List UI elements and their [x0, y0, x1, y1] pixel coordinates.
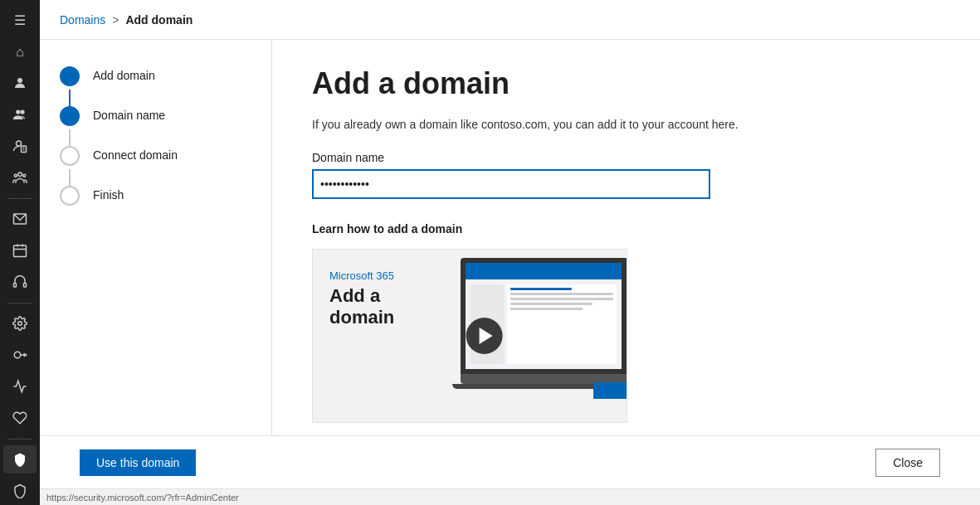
play-button[interactable]	[466, 318, 503, 354]
breadcrumb-separator: >	[112, 13, 119, 27]
screen-header	[466, 263, 622, 279]
svg-rect-15	[14, 283, 17, 287]
play-arrow-icon	[480, 328, 493, 344]
step-3: Connect domain	[60, 146, 251, 166]
svg-point-0	[17, 78, 22, 83]
shield-icon-1[interactable]	[3, 445, 37, 473]
step-2-circle	[60, 106, 80, 126]
step-1-label: Add domain	[93, 66, 155, 82]
learn-section-title: Learn how to add a domain	[312, 222, 940, 236]
blue-accent-bottom	[593, 382, 627, 399]
screen-content	[507, 284, 617, 364]
svg-point-18	[14, 352, 21, 358]
step-4-label: Finish	[93, 186, 124, 202]
screen-content-line-1	[510, 288, 572, 290]
svg-rect-11	[14, 245, 27, 257]
page-title: Add a domain	[312, 66, 940, 101]
heart-icon[interactable]	[3, 404, 37, 432]
svg-point-1	[16, 110, 20, 114]
bottom-bar: Use this domain Close	[40, 435, 980, 488]
domain-field-label: Domain name	[312, 151, 940, 164]
screen-content-line-5	[510, 308, 583, 310]
form-panel: Add a domain If you already own a domain…	[272, 40, 980, 435]
breadcrumb-current: Add domain	[125, 13, 193, 27]
video-thumbnail[interactable]: Microsoft 365 Add a domain	[312, 249, 627, 423]
use-this-domain-button[interactable]: Use this domain	[80, 449, 196, 476]
sidebar-divider-3	[7, 439, 32, 439]
svg-point-9	[23, 174, 26, 177]
step-3-label: Connect domain	[93, 146, 178, 162]
shield-icon-2[interactable]	[3, 477, 37, 505]
calendar-icon[interactable]	[3, 236, 37, 265]
headset-icon[interactable]	[3, 268, 37, 296]
video-text-area: Microsoft 365 Add a domain	[329, 269, 394, 329]
screen-content-line-2	[510, 293, 613, 295]
groups-icon[interactable]	[3, 163, 37, 192]
mail-icon[interactable]	[3, 205, 37, 233]
chart-icon[interactable]	[3, 372, 37, 401]
key-icon[interactable]	[3, 341, 37, 369]
step-1-circle	[60, 66, 80, 86]
laptop-screen	[461, 258, 627, 374]
hamburger-icon[interactable]: ☰	[3, 7, 37, 35]
step-3-circle	[60, 146, 80, 166]
user-icon[interactable]	[3, 70, 37, 98]
svg-point-17	[18, 322, 22, 326]
users-icon[interactable]	[3, 100, 37, 129]
step-2: Domain name	[60, 106, 251, 126]
status-bar: https://security.microsoft.com/?rfr=Admi…	[40, 488, 980, 505]
main-container: Domains > Add domain Add domain Domain	[40, 0, 980, 505]
screen-content-line-3	[510, 298, 613, 300]
sidebar-divider-2	[7, 303, 32, 303]
domain-name-input[interactable]	[312, 169, 710, 199]
contacts-icon[interactable]	[3, 132, 37, 160]
step-4: Finish	[60, 186, 251, 206]
stepper-panel: Add domain Domain name Connect domain	[40, 40, 272, 435]
sidebar: ☰ ⌂	[0, 0, 40, 505]
video-title: Add a domain	[329, 285, 394, 329]
svg-rect-16	[24, 283, 27, 287]
close-button[interactable]: Close	[875, 449, 940, 477]
breadcrumb-bar: Domains > Add domain	[40, 0, 980, 40]
svg-point-7	[18, 172, 22, 177]
svg-point-3	[17, 141, 22, 146]
video-ms-label: Microsoft 365	[329, 269, 394, 282]
svg-point-2	[20, 110, 24, 114]
svg-point-8	[14, 174, 17, 177]
sidebar-divider-1	[7, 198, 32, 199]
settings-icon[interactable]	[3, 310, 37, 338]
screen-content-line-4	[510, 303, 592, 305]
step-1: Add domain	[60, 66, 251, 86]
step-4-circle	[60, 186, 80, 206]
form-description: If you already own a domain like contoso…	[312, 118, 940, 131]
home-icon[interactable]: ⌂	[3, 38, 37, 66]
status-url: https://security.microsoft.com/?rfr=Admi…	[46, 493, 239, 503]
step-2-label: Domain name	[93, 106, 165, 122]
breadcrumb-parent[interactable]: Domains	[60, 13, 105, 27]
content-wrapper: Add domain Domain name Connect domain	[40, 40, 980, 435]
